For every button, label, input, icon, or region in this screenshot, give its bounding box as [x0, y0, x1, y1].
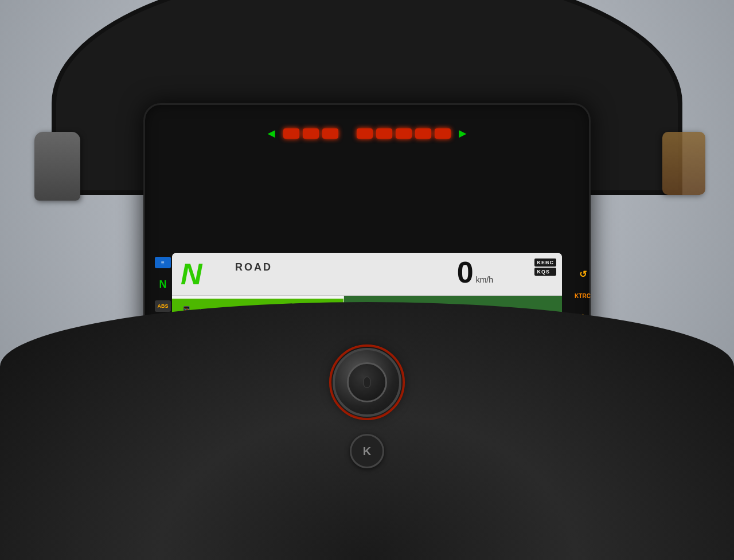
ride-mode-label: ROAD	[235, 261, 272, 273]
system-badges: KEBC KQS	[534, 259, 556, 276]
ktrc-indicator: KTRC	[575, 290, 591, 301]
setting-indicator: ↺	[575, 268, 591, 280]
led-3	[322, 128, 338, 139]
shift-indicator-led-row: ◄ ►	[166, 126, 568, 141]
kawasaki-logo-badge: K	[350, 434, 384, 468]
led-1	[283, 128, 299, 139]
neutral-indicator: N	[155, 279, 171, 290]
led-5	[376, 128, 392, 139]
left-arrow-led: ◄	[265, 126, 278, 141]
led-7	[415, 128, 431, 139]
right-brake-reservoir	[662, 132, 705, 195]
left-brake-reservoir	[34, 132, 80, 201]
ignition-inner	[347, 362, 387, 402]
led-8	[435, 128, 451, 139]
led-6	[396, 128, 412, 139]
kqs-badge: KQS	[534, 268, 556, 276]
kebc-badge: KEBC	[534, 259, 556, 267]
handlebar-bottom	[0, 302, 734, 560]
right-arrow-led: ►	[456, 126, 469, 141]
ignition-knob[interactable]	[333, 348, 401, 417]
led-4	[357, 128, 373, 139]
gear-indicator: N	[181, 259, 202, 289]
speed-unit: km/h	[476, 275, 493, 284]
led-2	[303, 128, 319, 139]
k-logo-text: K	[363, 445, 371, 458]
beam-indicator: ≡	[155, 257, 171, 268]
speed-value: 0	[457, 257, 474, 287]
ignition-key-slot	[364, 377, 370, 388]
screen-header: N ROAD 0 km/h KEBC KQS	[172, 253, 562, 296]
abs-indicator: ABS	[155, 300, 171, 312]
speed-display: 0 km/h	[457, 257, 493, 287]
